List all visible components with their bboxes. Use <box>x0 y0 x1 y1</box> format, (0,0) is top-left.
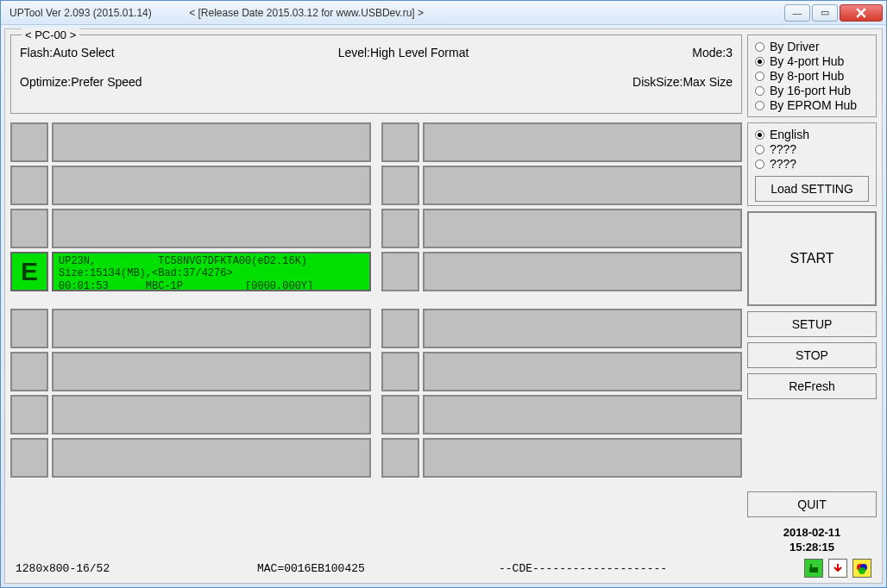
radio-icon <box>755 57 764 66</box>
lang-option-2[interactable]: ???? <box>755 157 869 171</box>
slot-body <box>423 209 742 248</box>
slot-body <box>423 309 742 348</box>
device-slot-empty[interactable] <box>381 352 742 391</box>
radio-icon <box>755 42 764 52</box>
hub-option-3[interactable]: By 16-port Hub <box>755 84 869 97</box>
radio-icon <box>755 160 764 169</box>
slot-body <box>52 209 371 248</box>
device-slot-empty[interactable] <box>10 438 371 478</box>
lang-panel: English????????Load SETTING <box>747 122 877 206</box>
slot-body <box>423 395 742 435</box>
info-panel: < PC-00 > Flash:Auto Select Level:High L… <box>10 34 742 114</box>
slots-area: EUP23N, TC58NVG7DFKTA00(eD2.16K) Size:15… <box>10 122 742 555</box>
device-slot-empty[interactable] <box>10 166 371 205</box>
slot-body <box>52 352 371 391</box>
slot-letter <box>10 395 48 435</box>
slot-body <box>52 122 371 162</box>
client-area: < PC-00 > Flash:Auto Select Level:High L… <box>4 28 883 584</box>
status-icon-download[interactable] <box>828 559 847 578</box>
slot-body <box>423 438 742 478</box>
svg-rect-0 <box>809 567 818 572</box>
window-buttons: — ▭ <box>783 4 883 22</box>
device-slot-empty[interactable] <box>10 209 371 248</box>
slot-letter <box>10 309 48 348</box>
slot-body <box>423 122 742 162</box>
slot-letter <box>10 438 48 478</box>
slot-letter <box>381 122 419 162</box>
stop-button[interactable]: STOP <box>747 342 877 368</box>
svg-point-4 <box>859 567 865 574</box>
hub-option-2[interactable]: By 8-port Hub <box>755 69 869 83</box>
status-icon-chart[interactable] <box>852 559 871 578</box>
radio-icon <box>755 72 764 81</box>
device-slot-empty[interactable] <box>381 252 742 291</box>
slot-letter <box>381 252 419 291</box>
device-slot-empty[interactable] <box>381 122 742 162</box>
slot-letter <box>10 209 48 248</box>
lang-option-0[interactable]: English <box>755 128 869 141</box>
device-slot-empty[interactable] <box>381 209 742 248</box>
lang-option-1[interactable]: ???? <box>755 142 869 156</box>
device-slot-empty[interactable] <box>381 395 742 435</box>
refresh-button[interactable]: ReFresh <box>747 373 877 399</box>
slot-body <box>52 309 371 348</box>
hub-option-4[interactable]: By EPROM Hub <box>755 98 869 112</box>
hub-option-0[interactable]: By Driver <box>755 40 869 53</box>
download-icon <box>832 562 844 574</box>
slot-body <box>423 252 742 291</box>
device-slot-empty[interactable] <box>381 309 742 348</box>
slot-letter <box>381 309 419 348</box>
hub-panel: By DriverBy 4-port HubBy 8-port HubBy 16… <box>747 34 877 117</box>
slot-letter <box>381 352 419 391</box>
title-main: UPTool Ver 2.093 (2015.01.14) <box>9 7 152 19</box>
factory-icon <box>808 562 820 574</box>
right-column: English????????Load SETTING START SETUP … <box>747 122 877 555</box>
title-release: < [Release Date 2015.03.12 for www.USBDe… <box>189 7 424 19</box>
device-slot-empty[interactable] <box>381 438 742 478</box>
pc-name: < PC-00 > <box>22 28 79 41</box>
slot-body <box>423 352 742 391</box>
close-button[interactable] <box>840 4 883 22</box>
status-mac: MAC=0016EB100425 <box>257 562 499 575</box>
svg-rect-1 <box>810 564 812 567</box>
device-slot-empty[interactable] <box>10 309 371 348</box>
timestamp: 2018-02-11 15:28:15 <box>747 526 877 555</box>
hub-option-1[interactable]: By 4-port Hub <box>755 54 869 68</box>
start-button[interactable]: START <box>747 211 877 306</box>
slot-letter <box>10 166 48 205</box>
slot-letter <box>381 166 419 205</box>
slot-body <box>52 395 371 435</box>
slot-letter <box>10 122 48 162</box>
slot-column-left: EUP23N, TC58NVG7DFKTA00(eD2.16K) Size:15… <box>10 122 371 555</box>
maximize-button[interactable]: ▭ <box>812 4 838 22</box>
radio-icon <box>755 130 764 140</box>
device-slot-empty[interactable] <box>10 395 371 435</box>
slot-body <box>423 166 742 205</box>
slot-body <box>52 438 371 478</box>
radio-icon <box>755 145 764 154</box>
slot-letter: E <box>10 252 48 291</box>
minimize-button[interactable]: — <box>784 4 810 22</box>
slot-letter <box>381 209 419 248</box>
status-bar: 1280x800-16/52 MAC=0016EB100425 --CDE---… <box>10 555 877 578</box>
device-slot-empty[interactable] <box>10 122 371 162</box>
device-slot-empty[interactable] <box>10 352 371 391</box>
slot-letter <box>10 352 48 391</box>
status-cde: --CDE-------------------- <box>499 562 804 575</box>
slot-body: UP23N, TC58NVG7DFKTA00(eD2.16K) Size:151… <box>52 252 371 291</box>
load-setting-button[interactable]: Load SETTING <box>755 176 869 202</box>
status-icon-factory[interactable] <box>804 559 823 578</box>
device-slot-active[interactable]: EUP23N, TC58NVG7DFKTA00(eD2.16K) Size:15… <box>10 252 371 291</box>
close-icon <box>856 8 866 18</box>
app-window: UPTool Ver 2.093 (2015.01.14) < [Release… <box>0 0 887 588</box>
radio-icon <box>755 101 764 110</box>
slot-body <box>52 166 371 205</box>
titlebar: UPTool Ver 2.093 (2015.01.14) < [Release… <box>1 1 886 25</box>
radio-icon <box>755 86 764 96</box>
slot-letter <box>381 395 419 435</box>
quit-button[interactable]: QUIT <box>747 491 877 517</box>
device-slot-empty[interactable] <box>381 166 742 205</box>
setup-button[interactable]: SETUP <box>747 311 877 337</box>
slot-column-right <box>381 122 742 555</box>
slot-letter <box>381 438 419 478</box>
